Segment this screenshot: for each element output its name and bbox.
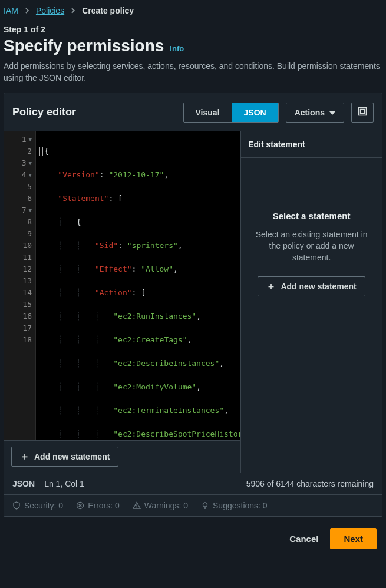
add-statement-label: Add new statement [34, 452, 110, 461]
warning-icon [133, 501, 141, 510]
edit-statement-panel: Edit statement Select a statement Select… [241, 131, 382, 473]
select-statement-title: Select a statement [273, 211, 351, 221]
status-security: Security: 0 [24, 501, 63, 510]
info-link[interactable]: Info [170, 44, 184, 53]
code-editor[interactable]: { "Version": "2012-10-17", "Statement": … [36, 131, 240, 440]
breadcrumb-iam[interactable]: IAM [4, 6, 18, 15]
plus-icon: ＋ [266, 282, 276, 291]
select-statement-desc: Select an existing statement in the poli… [253, 229, 370, 264]
cancel-button[interactable]: Cancel [286, 529, 322, 549]
page-description: Add permissions by selecting services, a… [4, 60, 381, 84]
side-panel-title: Edit statement [241, 131, 382, 158]
step-indicator: Step 1 of 2 [4, 25, 382, 34]
svg-rect-0 [359, 108, 367, 115]
chevron-down-icon [329, 108, 335, 117]
editor-title: Policy editor [12, 106, 76, 118]
actions-dropdown[interactable]: Actions [286, 103, 344, 123]
plus-icon: ＋ [20, 452, 29, 461]
line-gutter: 1▼ 2 3▼ 4▼ 5 6 7▼ 8 9 10 11 12 13 14 [4, 131, 36, 440]
wizard-footer: Cancel Next [4, 517, 382, 549]
breadcrumb-policies[interactable]: Policies [36, 6, 64, 15]
fullscreen-icon [358, 107, 367, 118]
status-errors: Errors: 0 [88, 501, 120, 510]
editor-mode-toggle: Visual JSON [183, 103, 279, 123]
shield-icon [12, 501, 21, 510]
side-add-statement-button[interactable]: ＋ Add new statement [258, 276, 365, 296]
lightbulb-icon [201, 501, 209, 510]
status-remaining: 5906 of 6144 characters remaining [246, 479, 374, 488]
page-title: Specify permissions [4, 37, 164, 55]
status-bar-position: JSON Ln 1, Col 1 5906 of 6144 characters… [4, 473, 382, 494]
code-panel: 1▼ 2 3▼ 4▼ 5 6 7▼ 8 9 10 11 12 13 14 [4, 131, 241, 473]
status-mode: JSON [12, 479, 35, 488]
breadcrumb-current: Create policy [82, 6, 134, 15]
svg-rect-1 [361, 110, 365, 114]
tab-json[interactable]: JSON [232, 103, 278, 122]
status-cursor: Ln 1, Col 1 [44, 479, 84, 488]
chevron-right-icon [70, 6, 76, 15]
add-statement-button[interactable]: ＋ Add new statement [11, 447, 118, 467]
chevron-right-icon [24, 6, 30, 15]
breadcrumb: IAM Policies Create policy [4, 4, 382, 21]
policy-editor-card: Policy editor Visual JSON Actions [4, 93, 382, 517]
error-icon [76, 501, 84, 510]
side-add-statement-label: Add new statement [281, 282, 356, 291]
fullscreen-button[interactable] [351, 103, 374, 123]
status-warnings: Warnings: 0 [144, 501, 188, 510]
svg-point-3 [203, 503, 207, 507]
next-button[interactable]: Next [330, 528, 377, 549]
tab-visual[interactable]: Visual [184, 103, 232, 122]
actions-label: Actions [295, 108, 325, 117]
status-bar-diagnostics: Security: 0 Errors: 0 Warnings: 0 Sugges… [4, 494, 382, 516]
status-suggestions: Suggestions: 0 [213, 501, 268, 510]
